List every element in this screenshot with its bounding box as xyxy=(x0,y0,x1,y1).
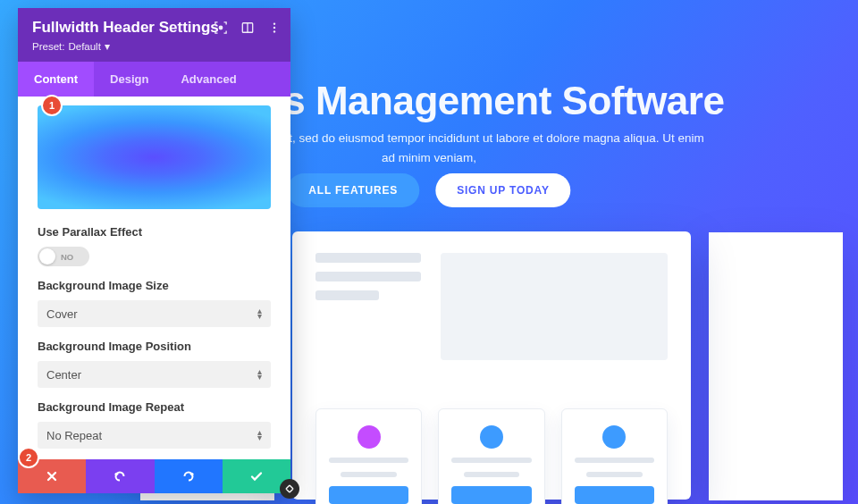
tab-advanced[interactable]: Advanced xyxy=(164,62,252,97)
more-icon[interactable] xyxy=(267,21,282,35)
sign-up-button[interactable]: SIGN UP TODAY xyxy=(435,173,571,207)
all-features-button[interactable]: ALL FEATURES xyxy=(287,173,419,207)
bg-position-label: Background Image Position xyxy=(38,340,271,353)
parallax-label: Use Parallax Effect xyxy=(38,225,271,239)
tab-content[interactable]: Content xyxy=(18,62,94,97)
bg-repeat-select[interactable]: No Repeat ▴▾ xyxy=(38,422,271,449)
undo-button[interactable] xyxy=(86,459,154,493)
svg-point-0 xyxy=(219,26,223,29)
tab-design[interactable]: Design xyxy=(94,62,164,97)
focus-icon[interactable] xyxy=(214,21,228,35)
select-caret-icon: ▴▾ xyxy=(257,369,262,380)
bg-size-label: Background Image Size xyxy=(38,279,271,292)
columns-icon[interactable] xyxy=(240,21,255,35)
chevron-down-icon: ▾ xyxy=(105,40,110,53)
panel-footer xyxy=(18,459,290,493)
feature-card xyxy=(561,408,668,504)
panel-tabs: Content Design Advanced xyxy=(18,62,290,97)
annotation-badge-1: 1 xyxy=(43,97,61,114)
content-card xyxy=(292,231,691,500)
side-card-right xyxy=(709,232,843,500)
feature-card xyxy=(438,408,544,504)
select-caret-icon: ▴▾ xyxy=(257,308,262,319)
svg-point-5 xyxy=(273,30,275,32)
bg-size-select[interactable]: Cover ▴▾ xyxy=(38,300,271,327)
settings-panel: Fullwidth Header Settings Preset: Defaul… xyxy=(18,8,290,493)
resize-handle[interactable] xyxy=(280,479,299,499)
feature-card xyxy=(315,408,422,504)
select-caret-icon: ▴▾ xyxy=(257,430,262,441)
bg-repeat-label: Background Image Repeat xyxy=(38,400,271,414)
background-preview[interactable] xyxy=(38,105,271,209)
preset-selector[interactable]: Preset: Default ▾ xyxy=(32,40,276,53)
redo-button[interactable] xyxy=(155,459,223,493)
panel-header: Fullwidth Header Settings Preset: Defaul… xyxy=(18,8,290,62)
annotation-badge-2: 2 xyxy=(20,449,38,466)
parallax-toggle[interactable]: NO xyxy=(38,247,89,266)
svg-point-3 xyxy=(273,22,275,24)
svg-point-4 xyxy=(273,27,275,29)
bg-position-select[interactable]: Center ▴▾ xyxy=(38,361,271,388)
